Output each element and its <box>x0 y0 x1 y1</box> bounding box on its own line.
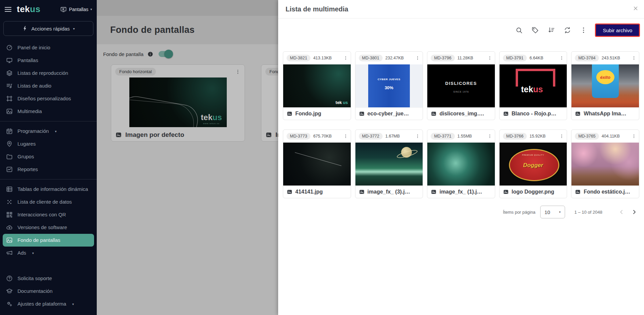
sidebar-item-solicita-soporte[interactable]: Solicita soporte ▾ <box>3 272 94 285</box>
file-size: 232.47KB <box>385 56 404 60</box>
frame-icon <box>6 95 13 102</box>
kebab-menu-icon[interactable] <box>343 55 348 61</box>
close-icon[interactable] <box>633 5 639 11</box>
kebab-menu-icon[interactable] <box>487 134 492 139</box>
tag-icon[interactable] <box>531 27 539 34</box>
media-card[interactable]: MD-3801 232.47KB CYBER JUEVES30% eco-cyb… <box>355 51 423 120</box>
wallpaper-logo: tekus www.tekus.co <box>201 113 222 124</box>
sidebar-item-ads[interactable]: Ads ▾ <box>3 247 94 259</box>
kebab-menu-icon[interactable] <box>415 134 420 139</box>
app-window: tekus Pantallas ▾ Acciones rápidas ▾ Pan… <box>0 0 644 315</box>
kebab-menu-icon[interactable] <box>559 55 564 61</box>
sidebar-item-listas-de-audio[interactable]: Listas de audio ▾ <box>3 80 94 92</box>
sidebar-item-ajustes-de-plataforma[interactable]: Ajustes de plataforma ▾ <box>3 298 94 310</box>
toggle-label: Fondo de pantalla <box>103 51 143 57</box>
sort-icon[interactable] <box>548 27 555 34</box>
media-card[interactable]: MD-3821 413.13KB tekus Fondo.jpg <box>283 51 351 120</box>
sidebar-item-listas-de-reproduccion[interactable]: Listas de reproducción ▾ <box>3 67 94 80</box>
media-id-badge: MD-3796 <box>431 55 455 61</box>
media-card[interactable]: MD-3773 675.70KB 414141.jpg <box>283 129 351 198</box>
sidebar-top: tekus Pantallas ▾ <box>0 0 97 17</box>
media-card[interactable]: MD-3765 404.11KB Fondo estático.j… <box>571 129 639 198</box>
quick-actions-button[interactable]: Acciones rápidas ▾ <box>3 21 93 36</box>
tekus-logo: tekus <box>17 4 40 14</box>
wallpaper-toggle[interactable] <box>159 51 172 57</box>
sidebar-item-lugares[interactable]: Lugares ▾ <box>3 138 94 150</box>
sidebar-item-panel-de-inicio[interactable]: Panel de inicio ▾ <box>3 41 94 54</box>
sidebar-item-pantallas[interactable]: Pantallas ▾ <box>3 54 94 67</box>
media-card[interactable]: MD-3766 15.92KB DoggerPREMIUM QUALITY lo… <box>499 129 567 198</box>
sidebar-item-label: Tablas de información dinámica <box>17 186 88 193</box>
kebab-icon[interactable] <box>580 27 587 34</box>
media-id-badge: MD-3784 <box>575 55 599 61</box>
sidebar-item-multimedia[interactable]: Multimedia ▾ <box>3 105 94 118</box>
page-size-value: 10 <box>545 209 550 215</box>
image-file-icon <box>359 189 365 195</box>
kebab-menu-icon[interactable] <box>632 55 636 61</box>
sidebar-item-lista-de-cliente-de-datos[interactable]: Lista de cliente de datos ▾ <box>3 196 94 208</box>
next-page-button[interactable] <box>631 209 638 215</box>
media-filename: WhatsApp Ima… <box>584 111 626 117</box>
image-file-icon <box>359 111 365 117</box>
divider <box>0 121 97 121</box>
sidebar-item-programacion[interactable]: Programación ▾ <box>3 125 94 138</box>
page-title: Fondo de pantallas <box>110 25 195 35</box>
info-icon[interactable] <box>147 51 153 57</box>
sync-icon[interactable] <box>564 27 571 34</box>
kebab-menu-icon[interactable] <box>343 134 348 139</box>
sidebar-item-versiones-de-software[interactable]: Versiones de software ▾ <box>3 221 94 234</box>
image-file-icon <box>265 132 272 138</box>
sidebar-item-interacciones-con-qr[interactable]: Interacciones con QR ▾ <box>3 208 94 221</box>
thumbnail-label: tek <box>336 100 342 105</box>
media-card[interactable]: MD-3791 6.64KB tekus Blanco - Rojo.p… <box>499 51 567 120</box>
sidebar-item-disenos-personalizados[interactable]: Diseños personalizados ▾ <box>3 92 94 105</box>
sidebar-item-reportes[interactable]: Reportes ▾ <box>3 163 94 176</box>
previous-page-button[interactable] <box>618 209 625 215</box>
media-card[interactable]: MD-3784 243.51KB éxito WhatsApp Ima… <box>571 51 639 120</box>
help-icon <box>6 275 13 282</box>
media-card-footer: eco-cyber_jue… <box>355 107 423 120</box>
sidebar-item-documentacion[interactable]: Documentación ▾ <box>3 285 94 298</box>
toggle-knob <box>164 50 173 58</box>
thumbnail-label: DISLICORES <box>445 81 477 86</box>
media-card-footer: image_fx_ (3).j… <box>355 186 423 198</box>
kebab-menu-icon[interactable] <box>415 55 420 61</box>
media-list-drawer: Lista de multimedia Subir archivo MD-382… <box>278 0 644 315</box>
drawer-toolbar: Subir archivo <box>278 18 644 37</box>
cloud-icon <box>6 224 13 231</box>
kebab-menu-icon[interactable] <box>487 55 492 61</box>
sidebar-item-label: Listas de reproducción <box>17 70 68 76</box>
sidebar-item-fondo-de-pantallas[interactable]: Fondo de pantallas ▾ <box>3 234 94 247</box>
context-label: Pantallas <box>69 7 88 12</box>
chevron-down-icon: ▾ <box>32 251 34 255</box>
search-icon[interactable] <box>515 27 523 34</box>
chevron-down-icon: ▾ <box>559 210 561 214</box>
upload-file-button[interactable]: Subir archivo <box>595 23 640 37</box>
kebab-menu-icon[interactable] <box>559 134 564 139</box>
page-size-select[interactable]: 10 ▾ <box>540 206 565 218</box>
media-card[interactable]: MD-3772 1.67MB image_fx_ (3).j… <box>355 129 423 198</box>
media-card-footer: 414141.jpg <box>283 186 351 198</box>
audio-icon <box>6 83 13 89</box>
media-card-header: MD-3766 15.92KB <box>500 130 567 143</box>
context-switcher[interactable]: Pantallas ▾ <box>60 6 92 13</box>
image-icon <box>6 108 13 115</box>
layers-icon <box>6 70 13 76</box>
media-card-footer: Blanco - Rojo.p… <box>500 107 567 120</box>
kebab-menu-icon[interactable] <box>235 69 241 75</box>
default-wallpaper-card[interactable]: Fondo horizontal tekus www.tekus.co Imag… <box>111 64 245 142</box>
media-filename: image_fx_ (3).j… <box>368 189 410 195</box>
sidebar-item-grupos[interactable]: Grupos ▾ <box>3 150 94 163</box>
sidebar-item-label: Panel de inicio <box>17 45 50 51</box>
media-filename: Blanco - Rojo.p… <box>512 111 556 117</box>
menu-icon[interactable] <box>4 5 12 13</box>
sidebar-item-tablas-de-informacion-dinamica[interactable]: Tablas de información dinámica ▾ <box>3 183 94 196</box>
media-card-header: MD-3784 243.51KB <box>571 52 639 64</box>
media-thumbnail: DISLICORESSINCE 1976 <box>427 64 495 107</box>
media-filename: Fondo.jpg <box>295 111 321 117</box>
file-size: 404.11KB <box>602 134 620 139</box>
media-card[interactable]: MD-3796 11.28KB DISLICORESSINCE 1976 dis… <box>427 51 495 120</box>
kebab-menu-icon[interactable] <box>632 134 636 139</box>
media-card[interactable]: MD-3771 1.55MB image_fx_ (1).j… <box>427 129 495 198</box>
qr-icon <box>6 211 13 218</box>
